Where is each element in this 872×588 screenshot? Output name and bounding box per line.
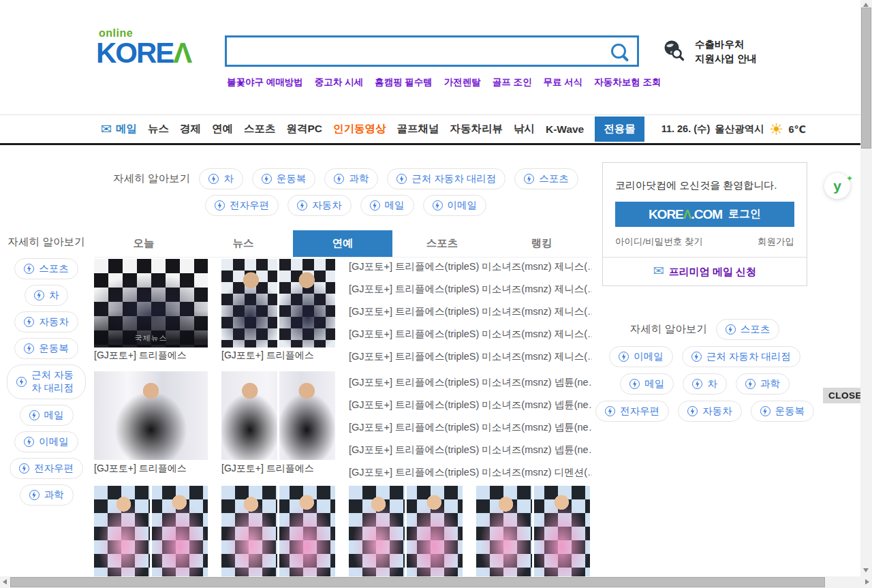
- photo-watermark: 국제뉴스: [94, 333, 208, 343]
- topic-chip-epost[interactable]: 전자우편: [205, 195, 279, 216]
- vertical-scrollbar[interactable]: [860, 0, 872, 576]
- main-navigation: ✉메일 뉴스 경제 연예 스포츠 원격PC 인기동영상 골프채널 자동차리뷰 낚…: [0, 114, 872, 145]
- keyword-link[interactable]: 홈캠핑 필수템: [375, 76, 433, 89]
- topic-chip-sportswear[interactable]: 운동복: [751, 401, 815, 422]
- topic-chip-sports[interactable]: 스포츠: [14, 258, 78, 279]
- tab-today[interactable]: 오늘: [94, 230, 193, 257]
- tab-sports[interactable]: 스포츠: [392, 230, 492, 257]
- photo-thumbnail-8[interactable]: [476, 486, 590, 578]
- premium-mail-link[interactable]: ✉프리미엄 메일 신청: [603, 257, 807, 285]
- topic-chip-email[interactable]: 이메일: [14, 431, 78, 452]
- news-headline[interactable]: [GJ포토+] 트리플에스(tripleS) 미소녀즈(msnz) 제니스(…: [349, 256, 592, 278]
- photo-caption[interactable]: [GJ포토+] 트리플에스: [221, 350, 335, 362]
- scroll-left-arrow[interactable]: [3, 579, 7, 585]
- topic-chip-science[interactable]: 과학: [324, 168, 378, 189]
- horizontal-scrollbar-thumb[interactable]: [10, 577, 825, 587]
- nav-item-car-review[interactable]: 자동차리뷰: [450, 122, 503, 136]
- tab-entertainment[interactable]: 연예: [293, 230, 392, 257]
- news-headline[interactable]: [GJ포토+] 트리플에스(tripleS) 미소녀즈(msnz) 제니스(…: [349, 323, 592, 345]
- photo-caption[interactable]: [GJ포토+] 트리플에스: [221, 463, 335, 475]
- topic-chip-mail[interactable]: 메일: [620, 373, 674, 394]
- topic-chip-epost[interactable]: 전자우편: [10, 458, 83, 479]
- topic-chip-automobile[interactable]: 자동차: [678, 401, 742, 422]
- topic-chip-car-dealer[interactable]: 근처 자동차 대리점: [682, 346, 800, 367]
- topic-chip-email[interactable]: 이메일: [609, 346, 673, 367]
- nav-item-fishing[interactable]: 낚시: [514, 122, 535, 136]
- nav-item-kwave[interactable]: K-Wave: [546, 123, 584, 136]
- topic-chip-car[interactable]: 차: [683, 373, 727, 394]
- photo-caption[interactable]: [GJ포토+] 트리플에스: [94, 350, 208, 362]
- news-headline[interactable]: [GJ포토+] 트리플에스(tripleS) 미소녀즈(msnz) 넵튠(ne…: [349, 371, 592, 394]
- news-headline[interactable]: [GJ포토+] 트리플에스(tripleS) 미소녀즈(msnz) 제니스(…: [349, 300, 592, 323]
- topic-chip-sportswear[interactable]: 운동복: [14, 338, 78, 359]
- photo-thumbnail-4[interactable]: [221, 371, 335, 460]
- photo-thumbnail-5[interactable]: [94, 486, 208, 578]
- find-id-password-link[interactable]: 아이디/비밀번호 찾기: [615, 236, 703, 248]
- nav-item-economy[interactable]: 경제: [180, 122, 201, 136]
- korea-logo[interactable]: online KOREΛ: [96, 27, 191, 67]
- nav-item-entertainment[interactable]: 연예: [212, 122, 233, 136]
- nav-item-remote-pc[interactable]: 원격PC: [286, 122, 322, 136]
- topic-chip-car[interactable]: 차: [25, 285, 69, 306]
- nav-item-popular-videos[interactable]: 인기동영상: [333, 122, 386, 136]
- topic-chip-automobile[interactable]: 자동차: [14, 311, 78, 332]
- nav-item-shop-button[interactable]: 전용몰: [595, 117, 644, 142]
- vertical-scrollbar-thumb[interactable]: [861, 7, 871, 149]
- topic-chip-mail[interactable]: 메일: [20, 405, 74, 426]
- photo-thumbnail-7[interactable]: [349, 486, 463, 578]
- news-headline[interactable]: [GJ포토+] 트리플에스(tripleS) 미소녀즈(msnz) 제니스(…: [349, 278, 592, 300]
- tab-news[interactable]: 뉴스: [193, 230, 293, 257]
- search-icon[interactable]: [611, 44, 626, 59]
- keyword-link[interactable]: 자동차보험 조회: [594, 76, 661, 89]
- topic-chip-science[interactable]: 과학: [20, 484, 74, 506]
- topic-chip-sports[interactable]: 스포츠: [514, 168, 578, 189]
- topic-chip-automobile[interactable]: 자동차: [287, 195, 352, 216]
- photo-caption[interactable]: [GJ포토+] 트리플에스: [94, 463, 208, 475]
- news-headline[interactable]: [GJ포토+] 트리플에스(tripleS) 미소녀즈(msnz) 넵튠(ne…: [349, 394, 592, 416]
- weather-date: 11. 26. (수): [661, 123, 711, 136]
- news-headline[interactable]: [GJ포토+] 트리플에스(tripleS) 미소녀즈(msnz) 넵튠(ne…: [349, 439, 592, 461]
- nav-item-sports[interactable]: 스포츠: [244, 122, 276, 136]
- scroll-right-arrow[interactable]: [865, 579, 869, 585]
- topic-chip-car[interactable]: 차: [199, 168, 243, 189]
- logo-green-a: Λ: [173, 37, 191, 69]
- topic-chip-science[interactable]: 과학: [736, 373, 790, 394]
- news-headline[interactable]: [GJ포토+] 트리플에스(tripleS) 미소녀즈(msnz) 넵튠(ne…: [349, 416, 592, 439]
- photo-thumbnail-2[interactable]: [221, 259, 335, 347]
- login-button[interactable]: KOREΛ.COM 로그인: [615, 202, 794, 227]
- weather-widget[interactable]: 11. 26. (수) 울산광역시 ☀ 6℃: [661, 115, 806, 143]
- nav-item-mail[interactable]: ✉메일: [101, 122, 137, 136]
- envelope-icon: ✉: [101, 123, 112, 136]
- topic-chip-mail[interactable]: 메일: [360, 195, 414, 216]
- search-bar[interactable]: [225, 35, 639, 67]
- discover-label: 자세히 알아보기: [8, 234, 85, 249]
- keyword-link[interactable]: 중고차 시세: [315, 76, 363, 89]
- topic-chip-epost[interactable]: 전자우편: [595, 401, 669, 422]
- photo-thumbnail-3[interactable]: [94, 371, 208, 460]
- topic-chip-car-dealer[interactable]: 근처 자동차 대리점: [387, 168, 505, 189]
- signup-link[interactable]: 회원가입: [758, 236, 794, 248]
- keyword-link[interactable]: 무료 서식: [544, 76, 583, 89]
- tab-ranking[interactable]: 랭킹: [492, 230, 591, 257]
- topic-chip-car-dealer[interactable]: 근처 자동차 대리점: [7, 365, 86, 399]
- horizontal-scrollbar[interactable]: [0, 576, 872, 588]
- bolt-icon: [334, 174, 344, 184]
- search-input[interactable]: [227, 37, 611, 65]
- scroll-up-arrow[interactable]: [863, 3, 869, 7]
- topic-chip-email[interactable]: 이메일: [423, 195, 487, 216]
- export-voucher-banner[interactable]: 수출바우처 지원사업 안내: [661, 37, 757, 66]
- keyword-link[interactable]: 골프 조인: [493, 76, 532, 89]
- bolt-icon: [19, 463, 29, 474]
- bolt-icon: [629, 379, 640, 389]
- photo-thumbnail-6[interactable]: [221, 486, 335, 578]
- keyword-link[interactable]: 불꽃야구 예매방법: [227, 76, 303, 89]
- keyword-link[interactable]: 가전렌탈: [444, 76, 481, 89]
- nav-item-golf-channel[interactable]: 골프채널: [396, 122, 439, 136]
- news-headline[interactable]: [GJ포토+] 트리플에스(tripleS) 미소녀즈(msnz) 디멘션(…: [349, 461, 592, 484]
- topic-chip-sports[interactable]: 스포츠: [716, 319, 780, 340]
- nav-item-news[interactable]: 뉴스: [148, 122, 169, 136]
- photo-thumbnail-1[interactable]: 국제뉴스: [94, 259, 208, 347]
- scroll-down-arrow[interactable]: [863, 568, 869, 572]
- news-headline[interactable]: [GJ포토+] 트리플에스(tripleS) 미소녀즈(msnz) 제니스(…: [349, 345, 592, 368]
- topic-chip-sportswear[interactable]: 운동복: [252, 168, 316, 189]
